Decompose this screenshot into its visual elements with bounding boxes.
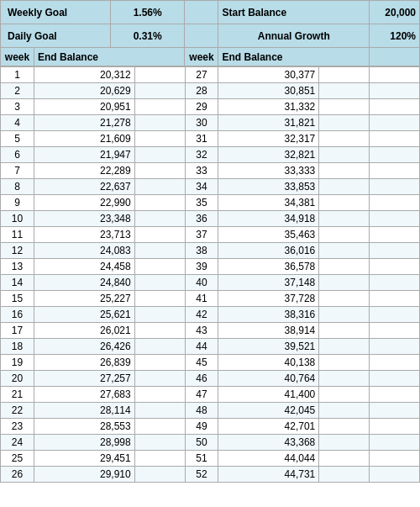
week-left: 13 xyxy=(1,259,34,275)
week-left: 3 xyxy=(1,99,34,115)
col-week-left: week xyxy=(5,51,29,63)
week-right: 34 xyxy=(185,179,218,195)
annual-growth-value: 120% xyxy=(370,24,420,48)
week-right: 29 xyxy=(185,99,218,115)
week-left: 6 xyxy=(1,147,34,163)
header-row-2: Daily Goal 0.31% Annual Growth 120% xyxy=(1,24,420,48)
spacer-left xyxy=(134,403,185,419)
balance-right: 44,731 xyxy=(218,467,319,483)
spacer-end xyxy=(370,403,420,419)
data-table: 1 20,312 27 30,377 2 20,629 28 30,851 3 … xyxy=(0,66,420,483)
start-balance-value: 20,000 xyxy=(370,1,420,24)
table-row: 6 21,947 32 32,821 xyxy=(1,147,420,163)
spacer-left xyxy=(134,371,185,387)
balance-left: 23,348 xyxy=(34,211,134,227)
week-right: 39 xyxy=(185,259,218,275)
balance-left: 28,553 xyxy=(34,419,134,435)
spacer-right xyxy=(319,179,370,195)
balance-left: 24,840 xyxy=(34,275,134,291)
week-left: 10 xyxy=(1,211,34,227)
spacer-left xyxy=(134,451,185,467)
week-right: 36 xyxy=(185,211,218,227)
table-row: 17 26,021 43 38,914 xyxy=(1,323,420,339)
balance-right: 30,377 xyxy=(218,67,319,83)
spacer-left xyxy=(134,163,185,179)
spacer-left xyxy=(134,339,185,355)
spacer-left xyxy=(134,83,185,99)
spacer-right xyxy=(319,435,370,451)
spacer-left xyxy=(134,115,185,131)
spacer-end xyxy=(370,307,420,323)
week-right: 40 xyxy=(185,275,218,291)
balance-left: 24,458 xyxy=(34,259,134,275)
spacer-left xyxy=(134,179,185,195)
week-left: 4 xyxy=(1,115,34,131)
balance-left: 26,426 xyxy=(34,339,134,355)
week-left: 7 xyxy=(1,163,34,179)
week-left: 18 xyxy=(1,339,34,355)
balance-left: 22,990 xyxy=(34,195,134,211)
balance-right: 44,044 xyxy=(218,451,319,467)
table-row: 14 24,840 40 37,148 xyxy=(1,275,420,291)
col-header-row: week End Balance week End Balance xyxy=(1,48,420,66)
table-row: 26 29,910 52 44,731 xyxy=(1,467,420,483)
week-right: 49 xyxy=(185,419,218,435)
balance-left: 29,451 xyxy=(34,451,134,467)
week-left: 24 xyxy=(1,435,34,451)
week-left: 26 xyxy=(1,467,34,483)
spacer2 xyxy=(185,24,218,48)
table-row: 25 29,451 51 44,044 xyxy=(1,451,420,467)
spacer-left xyxy=(134,275,185,291)
table-row: 7 22,289 33 33,333 xyxy=(1,163,420,179)
spacer-right xyxy=(319,451,370,467)
spacer-end xyxy=(370,115,420,131)
week-left: 14 xyxy=(1,275,34,291)
week-right: 41 xyxy=(185,291,218,307)
balance-left: 22,289 xyxy=(34,163,134,179)
spacer-right xyxy=(319,99,370,115)
week-right: 31 xyxy=(185,131,218,147)
week-right: 27 xyxy=(185,67,218,83)
week-right: 51 xyxy=(185,451,218,467)
balance-right: 36,016 xyxy=(218,243,319,259)
spacer-right xyxy=(319,339,370,355)
spacer-right xyxy=(319,275,370,291)
spacer-right xyxy=(319,387,370,403)
balance-right: 31,821 xyxy=(218,115,319,131)
balance-left: 20,951 xyxy=(34,99,134,115)
balance-right: 41,400 xyxy=(218,387,319,403)
spacer-end xyxy=(370,83,420,99)
balance-right: 31,332 xyxy=(218,99,319,115)
spacer-left xyxy=(134,467,185,483)
week-left: 17 xyxy=(1,323,34,339)
spacer-right xyxy=(319,83,370,99)
spacer-right xyxy=(319,147,370,163)
daily-goal-label: Daily Goal xyxy=(8,30,57,42)
balance-right: 38,316 xyxy=(218,307,319,323)
annual-growth-label: Annual Growth xyxy=(258,30,330,42)
table-row: 19 26,839 45 40,138 xyxy=(1,355,420,371)
spacer-end xyxy=(370,99,420,115)
spacer-right xyxy=(319,307,370,323)
spacer-right xyxy=(319,195,370,211)
balance-right: 37,728 xyxy=(218,291,319,307)
week-left: 5 xyxy=(1,131,34,147)
week-left: 8 xyxy=(1,179,34,195)
week-right: 33 xyxy=(185,163,218,179)
spacer-left xyxy=(134,291,185,307)
table-row: 5 21,609 31 32,317 xyxy=(1,131,420,147)
week-left: 12 xyxy=(1,243,34,259)
table-row: 11 23,713 37 35,463 xyxy=(1,227,420,243)
spacer-right xyxy=(319,131,370,147)
table-row: 13 24,458 39 36,578 xyxy=(1,259,420,275)
spacer-left xyxy=(134,243,185,259)
weekly-goal-value: 1.56% xyxy=(110,1,185,24)
table-row: 8 22,637 34 33,853 xyxy=(1,179,420,195)
balance-right: 30,851 xyxy=(218,83,319,99)
spacer-right xyxy=(319,419,370,435)
week-right: 50 xyxy=(185,435,218,451)
week-left: 16 xyxy=(1,307,34,323)
header-row-1: Weekly Goal 1.56% Start Balance 20,000 xyxy=(1,1,420,24)
spacer-left xyxy=(134,323,185,339)
spacer-right xyxy=(319,115,370,131)
